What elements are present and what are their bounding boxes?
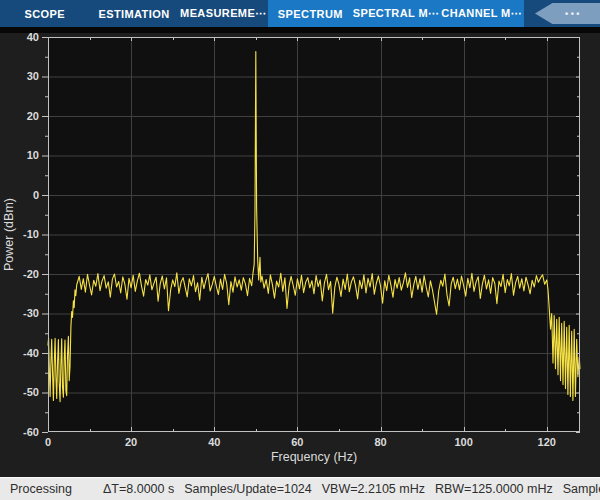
svg-text:80: 80: [374, 436, 386, 448]
toolstrip: SCOPE ESTIMATION MEASUREME⋯ SPECTRUM SPE…: [0, 0, 600, 27]
svg-text:-60: -60: [23, 426, 39, 438]
tab-spectral-measurements[interactable]: SPECTRAL M⋯: [353, 0, 440, 27]
status-rbw: RBW=125.0000 mHz: [435, 482, 553, 496]
plot-canvas[interactable]: 403020100-10-20-30-40-50-600204060801001…: [0, 33, 600, 477]
tab-measurements[interactable]: MEASUREME⋯: [179, 0, 268, 27]
svg-text:-20: -20: [23, 268, 39, 280]
svg-text:40: 40: [208, 436, 220, 448]
svg-text:20: 20: [27, 110, 39, 122]
status-delta-t: ΔT=8.0000 s: [103, 482, 174, 496]
svg-text:40: 40: [27, 33, 39, 43]
tab-channel-measurements[interactable]: CHANNEL M⋯: [439, 0, 524, 27]
status-bar: Processing ΔT=8.0000 s Samples/Update=10…: [0, 477, 600, 500]
tab-spectrum[interactable]: SPECTRUM: [268, 0, 353, 27]
svg-text:100: 100: [454, 436, 472, 448]
svg-text:60: 60: [291, 436, 303, 448]
y-axis-label: Power (dBm): [2, 198, 16, 271]
x-axis-label: Frequency (Hz): [271, 450, 357, 464]
ellipsis-icon: •••: [565, 9, 582, 19]
tab-estimation[interactable]: ESTIMATION: [89, 0, 178, 27]
svg-text:-40: -40: [23, 347, 39, 359]
status-vbw: VBW=2.2105 mHz: [322, 482, 425, 496]
svg-text:120: 120: [538, 436, 556, 448]
svg-text:-30: -30: [23, 307, 39, 319]
tab-group-scope: SCOPE ESTIMATION MEASUREME⋯: [0, 0, 268, 27]
toolstrip-overflow-button[interactable]: •••: [535, 3, 600, 24]
svg-text:30: 30: [27, 70, 39, 82]
svg-text:-50: -50: [23, 386, 39, 398]
svg-text:20: 20: [125, 436, 137, 448]
tab-scope[interactable]: SCOPE: [0, 0, 89, 27]
svg-text:-10: -10: [23, 228, 39, 240]
spectrum-figure: 403020100-10-20-30-40-50-600204060801001…: [0, 33, 600, 477]
svg-text:0: 0: [33, 189, 39, 201]
tab-group-spectrum-analyzer: SPECTRUM SPECTRAL M⋯ CHANNEL M⋯: [268, 0, 524, 27]
status-state-label: Processing: [10, 482, 103, 496]
svg-text:10: 10: [27, 149, 39, 161]
status-sample-rate: Sample Rate=: [563, 482, 600, 496]
toolbar-overflow-area: •••: [524, 0, 600, 27]
status-samples-per-update: Samples/Update=1024: [184, 482, 312, 496]
svg-text:0: 0: [45, 436, 51, 448]
